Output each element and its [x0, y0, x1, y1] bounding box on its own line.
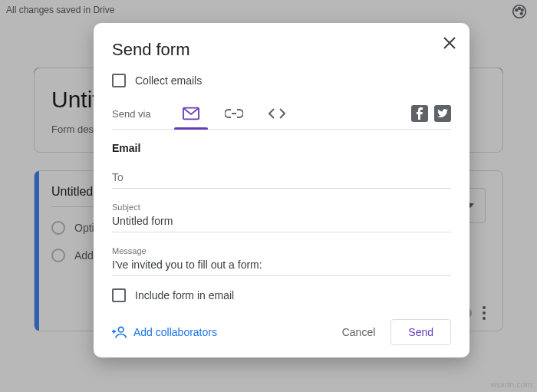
collect-emails-label: Collect emails	[135, 74, 202, 87]
close-icon[interactable]	[443, 37, 456, 49]
message-field[interactable]: Message	[112, 246, 451, 276]
checkbox-icon	[112, 74, 126, 87]
watermark: wsxdn.com	[490, 380, 532, 389]
cancel-button[interactable]: Cancel	[334, 320, 384, 344]
share-twitter-icon[interactable]	[434, 105, 451, 122]
message-label: Message	[112, 246, 451, 255]
subject-input[interactable]	[112, 212, 451, 232]
send-button[interactable]: Send	[390, 319, 451, 345]
svg-point-6	[118, 327, 124, 332]
share-facebook-icon[interactable]	[411, 105, 428, 122]
tab-email[interactable]	[170, 98, 212, 129]
include-form-checkbox[interactable]: Include form in email	[112, 288, 451, 302]
person-add-icon	[112, 326, 127, 338]
to-field[interactable]	[112, 168, 451, 189]
checkbox-icon	[112, 288, 126, 302]
subject-field[interactable]: Subject	[112, 203, 451, 232]
send-via-tabs: Send via	[112, 98, 451, 130]
tab-embed[interactable]	[255, 98, 298, 129]
tab-link[interactable]	[212, 98, 255, 129]
subject-label: Subject	[112, 203, 451, 212]
send-via-label: Send via	[112, 108, 151, 120]
dialog-title: Send form	[112, 40, 451, 60]
add-collaborators-button[interactable]: Add collaborators	[112, 326, 217, 338]
include-form-label: Include form in email	[135, 289, 234, 301]
to-input[interactable]	[112, 168, 451, 189]
collect-emails-checkbox[interactable]: Collect emails	[112, 74, 451, 87]
add-collaborators-label: Add collaborators	[133, 326, 217, 338]
send-form-dialog: Send form Collect emails Send via Email	[94, 23, 469, 357]
message-input[interactable]	[112, 255, 451, 276]
email-section-heading: Email	[112, 142, 451, 154]
